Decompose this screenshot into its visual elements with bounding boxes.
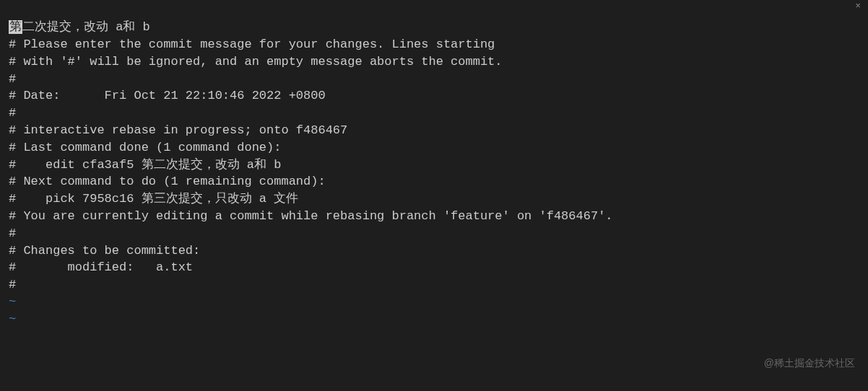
watermark: @稀土掘金技术社区 [764, 356, 855, 371]
comment-line: # [9, 71, 859, 88]
vim-tilde: ~ [9, 294, 859, 311]
close-icon[interactable]: × [855, 0, 861, 13]
comment-line: # Please enter the commit message for yo… [9, 36, 859, 53]
commit-message-text: 二次提交，改动 a和 b [22, 20, 150, 34]
comment-line: # Date: Fri Oct 21 22:10:46 2022 +0800 [9, 87, 859, 105]
titlebar-controls: × [855, 0, 861, 13]
cursor: 第 [9, 20, 22, 34]
comment-line: # Next command to do (1 remaining comman… [9, 173, 859, 190]
comment-line: # You are currently editing a commit whi… [9, 208, 859, 225]
git-commit-editor[interactable]: 第二次提交，改动 a和 b # Please enter the commit … [0, 14, 868, 332]
comment-line: # with '#' will be ignored, and an empty… [9, 53, 859, 71]
comment-line: # pick 7958c16 第三次提交，只改动 a 文件 [9, 190, 859, 208]
terminal-titlebar: × [0, 0, 868, 14]
comment-line: # [9, 105, 859, 122]
comment-line: # edit cfa3af5 第二次提交，改动 a和 b [9, 157, 859, 174]
comment-line: # [9, 276, 859, 294]
comment-line: # Changes to be committed: [9, 242, 859, 260]
commit-message-line[interactable]: 第二次提交，改动 a和 b [9, 19, 859, 36]
comment-line: # interactive rebase in progress; onto f… [9, 122, 859, 139]
vim-tilde: ~ [9, 311, 859, 328]
comment-line: # modified: a.txt [9, 259, 859, 276]
comment-line: # Last command done (1 command done): [9, 139, 859, 157]
comment-line: # [9, 225, 859, 242]
